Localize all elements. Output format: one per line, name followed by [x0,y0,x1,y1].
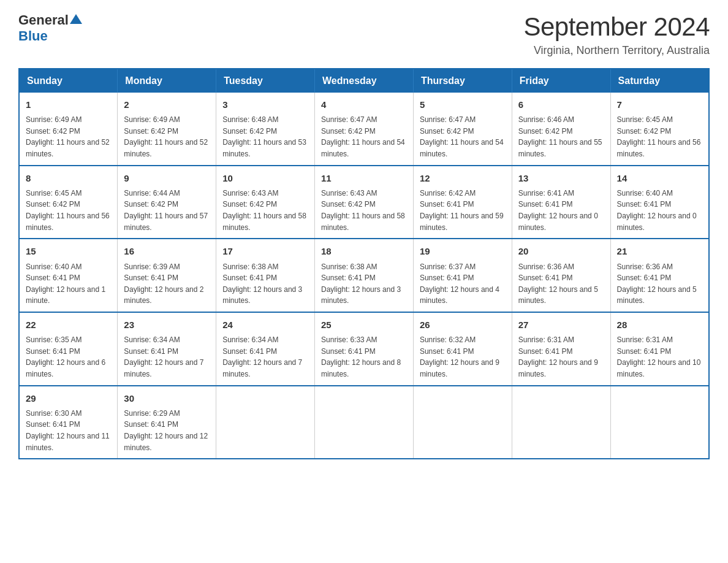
calendar-cell [610,386,709,459]
day-number: 10 [222,171,308,185]
calendar-cell: 22Sunrise: 6:35 AMSunset: 6:41 PMDayligh… [19,312,118,386]
day-number: 19 [420,244,506,258]
day-info: Sunrise: 6:31 AMSunset: 6:41 PMDaylight:… [617,334,702,380]
day-info: Sunrise: 6:47 AMSunset: 6:42 PMDaylight:… [420,114,506,159]
calendar-cell: 29Sunrise: 6:30 AMSunset: 6:41 PMDayligh… [19,386,118,459]
calendar-cell: 24Sunrise: 6:34 AMSunset: 6:41 PMDayligh… [216,312,315,386]
day-number: 6 [518,98,604,112]
calendar-cell [216,386,315,459]
month-year-title: September 2024 [523,12,710,42]
calendar-cell [512,386,610,459]
day-info: Sunrise: 6:48 AMSunset: 6:42 PMDaylight:… [222,114,308,159]
day-number: 17 [222,244,308,258]
calendar-cell [413,386,512,459]
calendar-week-row: 1Sunrise: 6:49 AMSunset: 6:42 PMDaylight… [19,93,709,166]
calendar-cell: 16Sunrise: 6:39 AMSunset: 6:41 PMDayligh… [118,239,216,312]
day-number: 18 [321,244,407,258]
day-info: Sunrise: 6:38 AMSunset: 6:41 PMDaylight:… [222,261,308,307]
day-info: Sunrise: 6:45 AMSunset: 6:42 PMDaylight:… [617,114,702,159]
logo-triangle-icon [70,13,82,28]
day-info: Sunrise: 6:34 AMSunset: 6:41 PMDaylight:… [222,334,308,380]
logo-general-text: General [18,12,69,28]
col-header-wednesday: Wednesday [315,69,414,93]
calendar-cell: 30Sunrise: 6:29 AMSunset: 6:41 PMDayligh… [118,386,216,459]
day-info: Sunrise: 6:49 AMSunset: 6:42 PMDaylight:… [26,114,111,159]
calendar-cell: 3Sunrise: 6:48 AMSunset: 6:42 PMDaylight… [216,93,315,166]
day-number: 25 [321,318,407,332]
calendar-cell: 11Sunrise: 6:43 AMSunset: 6:42 PMDayligh… [315,166,414,239]
col-header-thursday: Thursday [413,69,512,93]
day-number: 23 [124,318,210,332]
calendar-cell: 5Sunrise: 6:47 AMSunset: 6:42 PMDaylight… [413,93,512,166]
calendar-cell: 19Sunrise: 6:37 AMSunset: 6:41 PMDayligh… [413,239,512,312]
day-number: 2 [124,98,210,112]
day-info: Sunrise: 6:35 AMSunset: 6:41 PMDaylight:… [26,334,111,380]
calendar-cell: 14Sunrise: 6:40 AMSunset: 6:41 PMDayligh… [610,166,709,239]
day-number: 20 [518,244,604,258]
calendar-week-row: 15Sunrise: 6:40 AMSunset: 6:41 PMDayligh… [19,239,709,312]
calendar-cell: 13Sunrise: 6:41 AMSunset: 6:41 PMDayligh… [512,166,610,239]
day-info: Sunrise: 6:43 AMSunset: 6:42 PMDaylight:… [321,188,407,233]
day-number: 29 [26,391,111,405]
col-header-friday: Friday [512,69,610,93]
calendar-cell: 10Sunrise: 6:43 AMSunset: 6:42 PMDayligh… [216,166,315,239]
calendar-cell: 17Sunrise: 6:38 AMSunset: 6:41 PMDayligh… [216,239,315,312]
day-number: 30 [124,391,210,405]
day-info: Sunrise: 6:33 AMSunset: 6:41 PMDaylight:… [321,334,407,380]
day-number: 13 [518,171,604,185]
day-info: Sunrise: 6:45 AMSunset: 6:42 PMDaylight:… [26,188,111,233]
calendar-week-row: 22Sunrise: 6:35 AMSunset: 6:41 PMDayligh… [19,312,709,386]
calendar-cell: 2Sunrise: 6:49 AMSunset: 6:42 PMDaylight… [118,93,216,166]
calendar-cell: 20Sunrise: 6:36 AMSunset: 6:41 PMDayligh… [512,239,610,312]
col-header-saturday: Saturday [610,69,709,93]
calendar-cell: 21Sunrise: 6:36 AMSunset: 6:41 PMDayligh… [610,239,709,312]
day-info: Sunrise: 6:37 AMSunset: 6:41 PMDaylight:… [420,261,506,307]
day-number: 26 [420,318,506,332]
day-info: Sunrise: 6:39 AMSunset: 6:41 PMDaylight:… [124,261,210,307]
calendar-table: SundayMondayTuesdayWednesdayThursdayFrid… [18,68,710,459]
day-info: Sunrise: 6:29 AMSunset: 6:41 PMDaylight:… [124,408,210,453]
calendar-cell: 6Sunrise: 6:46 AMSunset: 6:42 PMDaylight… [512,93,610,166]
day-number: 28 [617,318,702,332]
day-info: Sunrise: 6:47 AMSunset: 6:42 PMDaylight:… [321,114,407,159]
col-header-tuesday: Tuesday [216,69,315,93]
day-number: 3 [222,98,308,112]
day-info: Sunrise: 6:36 AMSunset: 6:41 PMDaylight:… [518,261,604,307]
svg-marker-0 [70,14,82,24]
calendar-cell: 9Sunrise: 6:44 AMSunset: 6:42 PMDaylight… [118,166,216,239]
day-number: 8 [26,171,111,185]
day-info: Sunrise: 6:36 AMSunset: 6:41 PMDaylight:… [617,261,702,307]
day-info: Sunrise: 6:31 AMSunset: 6:41 PMDaylight:… [518,334,604,380]
logo-blue-text: Blue [18,28,48,44]
calendar-cell: 18Sunrise: 6:38 AMSunset: 6:41 PMDayligh… [315,239,414,312]
calendar-cell: 7Sunrise: 6:45 AMSunset: 6:42 PMDaylight… [610,93,709,166]
day-number: 15 [26,244,111,258]
day-info: Sunrise: 6:41 AMSunset: 6:41 PMDaylight:… [518,188,604,233]
day-info: Sunrise: 6:44 AMSunset: 6:42 PMDaylight:… [124,188,210,233]
day-info: Sunrise: 6:38 AMSunset: 6:41 PMDaylight:… [321,261,407,307]
logo: General Blue [18,12,82,44]
calendar-cell: 15Sunrise: 6:40 AMSunset: 6:41 PMDayligh… [19,239,118,312]
title-section: September 2024 Virginia, Northern Territ… [523,12,710,57]
day-info: Sunrise: 6:49 AMSunset: 6:42 PMDaylight:… [124,114,210,159]
day-info: Sunrise: 6:34 AMSunset: 6:41 PMDaylight:… [124,334,210,380]
location-subtitle: Virginia, Northern Territory, Australia [523,44,710,57]
day-info: Sunrise: 6:42 AMSunset: 6:41 PMDaylight:… [420,188,506,233]
calendar-cell: 25Sunrise: 6:33 AMSunset: 6:41 PMDayligh… [315,312,414,386]
calendar-cell: 4Sunrise: 6:47 AMSunset: 6:42 PMDaylight… [315,93,414,166]
day-info: Sunrise: 6:40 AMSunset: 6:41 PMDaylight:… [26,261,111,307]
day-number: 16 [124,244,210,258]
calendar-week-row: 8Sunrise: 6:45 AMSunset: 6:42 PMDaylight… [19,166,709,239]
day-number: 27 [518,318,604,332]
col-header-monday: Monday [118,69,216,93]
col-header-sunday: Sunday [19,69,118,93]
calendar-header-row: SundayMondayTuesdayWednesdayThursdayFrid… [19,69,709,93]
day-info: Sunrise: 6:40 AMSunset: 6:41 PMDaylight:… [617,188,702,233]
day-info: Sunrise: 6:43 AMSunset: 6:42 PMDaylight:… [222,188,308,233]
day-number: 7 [617,98,702,112]
calendar-cell [315,386,414,459]
calendar-cell: 23Sunrise: 6:34 AMSunset: 6:41 PMDayligh… [118,312,216,386]
calendar-cell: 12Sunrise: 6:42 AMSunset: 6:41 PMDayligh… [413,166,512,239]
day-number: 5 [420,98,506,112]
calendar-cell: 28Sunrise: 6:31 AMSunset: 6:41 PMDayligh… [610,312,709,386]
